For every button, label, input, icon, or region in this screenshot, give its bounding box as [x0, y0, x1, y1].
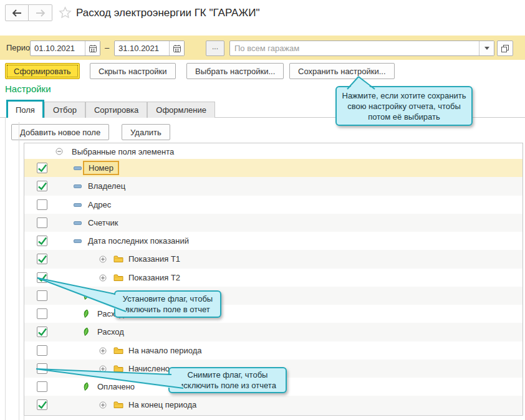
row-label[interactable]: Счетчик: [88, 218, 118, 227]
row-checkbox[interactable]: [37, 327, 47, 337]
period-more-button[interactable]: ...: [206, 41, 224, 56]
row-checkbox[interactable]: [37, 399, 47, 410]
garage-selector-dropdown-button[interactable]: [479, 41, 494, 55]
tree-row[interactable]: Адрес: [24, 196, 523, 214]
checkmark-icon: [37, 255, 47, 264]
delete-field-button[interactable]: Удалить: [122, 124, 170, 140]
tooltip-line: Установите флаг, чтобы: [115, 294, 220, 304]
row-checkbox[interactable]: [37, 254, 47, 264]
row-checkbox[interactable]: [37, 181, 47, 191]
row-label[interactable]: Начислено: [128, 364, 170, 373]
row-label[interactable]: Владелец: [88, 181, 125, 191]
checkmark-icon: [37, 237, 47, 246]
garage-selector-open-button[interactable]: [497, 41, 513, 56]
save-settings-button[interactable]: Сохранить настройки...: [289, 63, 395, 79]
expand-icon[interactable]: [99, 365, 107, 375]
tab-sorting[interactable]: Сортировка: [85, 102, 147, 118]
settings-heading: Настройки: [5, 84, 51, 94]
tooltip-line: включить поле в отчет: [115, 304, 220, 315]
tree-row[interactable]: Владелец: [24, 177, 523, 195]
collapse-icon[interactable]: [55, 148, 63, 157]
row-checkbox[interactable]: [37, 236, 47, 246]
tooltip-line: свою настройку отчета, чтобы: [337, 101, 471, 112]
tooltip-line: исключить поле из отчета: [170, 380, 286, 391]
row-label[interactable]: Расход: [97, 327, 124, 336]
tree-row[interactable]: Расход Т2: [24, 305, 523, 323]
row-checkbox[interactable]: [37, 308, 47, 319]
date-to-calendar-button[interactable]: [169, 41, 184, 55]
tree-row[interactable]: На начало периода: [24, 341, 523, 360]
settings-tabs: Поля Отбор Сортировка Оформление: [6, 100, 215, 118]
folder-icon: [113, 401, 123, 411]
tree-row[interactable]: На конец периода: [24, 396, 523, 414]
tree-row[interactable]: Показания Т1: [24, 250, 523, 268]
row-checkbox[interactable]: [37, 199, 47, 210]
date-from-calendar-button[interactable]: [85, 41, 100, 55]
folder-icon: [113, 274, 123, 284]
tree-group-header[interactable]: Выбранные поля элемента: [24, 143, 523, 159]
tree-row[interactable]: Счетчик: [24, 214, 523, 232]
expand-icon[interactable]: [99, 347, 107, 356]
leaf-icon: [82, 291, 90, 302]
checkmark-icon: [37, 274, 47, 282]
folder-icon: [113, 255, 123, 265]
tree-row[interactable]: Расход Т1: [24, 287, 523, 305]
back-button[interactable]: [5, 4, 29, 21]
hide-settings-button[interactable]: Скрыть настройки: [90, 63, 176, 79]
forward-button[interactable]: [29, 4, 52, 21]
page-title: Расход электроэнергии ГК "ГАРАЖИ": [76, 7, 259, 19]
tree-row[interactable]: Номер: [24, 159, 523, 177]
date-from-input[interactable]: [31, 41, 85, 55]
groupbox-border-line: [19, 122, 19, 420]
add-field-button[interactable]: Добавить новое поле: [11, 124, 109, 140]
row-label[interactable]: Показания Т2: [128, 273, 180, 282]
open-choice-icon: [501, 44, 509, 53]
row-label[interactable]: На начало периода: [128, 346, 201, 355]
date-to-field: [114, 41, 185, 56]
row-checkbox[interactable]: [37, 363, 47, 374]
checkmark-icon: [37, 164, 47, 173]
field-dash-icon: [74, 166, 82, 170]
tree-row[interactable]: Показания Т2: [24, 269, 523, 287]
panel-border-line: [5, 118, 6, 420]
tab-appearance[interactable]: Оформление: [147, 102, 215, 118]
choose-settings-button[interactable]: Выбрать настройки...: [186, 63, 284, 79]
expand-icon[interactable]: [99, 401, 107, 411]
favorite-button[interactable]: [59, 6, 72, 21]
leaf-icon: [82, 309, 90, 320]
row-checkbox[interactable]: [37, 345, 47, 356]
tree-row[interactable]: Дата последних показаний: [24, 232, 523, 250]
field-dash-icon: [74, 203, 82, 207]
star-icon: [59, 6, 72, 19]
expand-icon[interactable]: [99, 274, 107, 284]
row-checkbox[interactable]: [37, 290, 47, 301]
tree-border-extension: [24, 415, 24, 420]
arrow-right-icon: [35, 9, 46, 17]
row-label[interactable]: Дата последних показаний: [88, 236, 189, 246]
row-checkbox[interactable]: [37, 381, 47, 392]
field-dash-icon: [74, 239, 82, 243]
save-settings-tooltip: Нажмите, если хотите сохранить свою наст…: [335, 86, 473, 126]
tab-fields[interactable]: Поля: [6, 100, 44, 118]
calendar-icon: [89, 44, 97, 53]
tree-group-label: Выбранные поля элемента: [72, 147, 174, 156]
checkmark-icon: [37, 182, 47, 191]
expand-icon[interactable]: [99, 255, 107, 265]
row-label[interactable]: Номер: [83, 161, 119, 175]
nav-buttons: [5, 4, 52, 21]
tab-filter[interactable]: Отбор: [44, 102, 85, 118]
tree-row[interactable]: Расход: [24, 323, 523, 341]
tooltip-line: Нажмите, если хотите сохранить: [337, 90, 471, 101]
generate-button[interactable]: Сформировать: [5, 63, 80, 79]
arrow-left-icon: [11, 9, 22, 17]
row-label[interactable]: Оплачено: [97, 382, 135, 391]
row-checkbox[interactable]: [37, 163, 47, 173]
row-checkbox[interactable]: [37, 217, 47, 228]
tooltip-line: потом её выбирать: [337, 112, 471, 122]
row-label[interactable]: На конец периода: [128, 400, 196, 409]
row-label[interactable]: Адрес: [88, 200, 111, 209]
date-to-input[interactable]: [115, 41, 169, 55]
row-label[interactable]: Показания Т1: [128, 254, 180, 264]
garage-selector-input[interactable]: [230, 41, 479, 55]
row-checkbox[interactable]: [37, 272, 47, 283]
